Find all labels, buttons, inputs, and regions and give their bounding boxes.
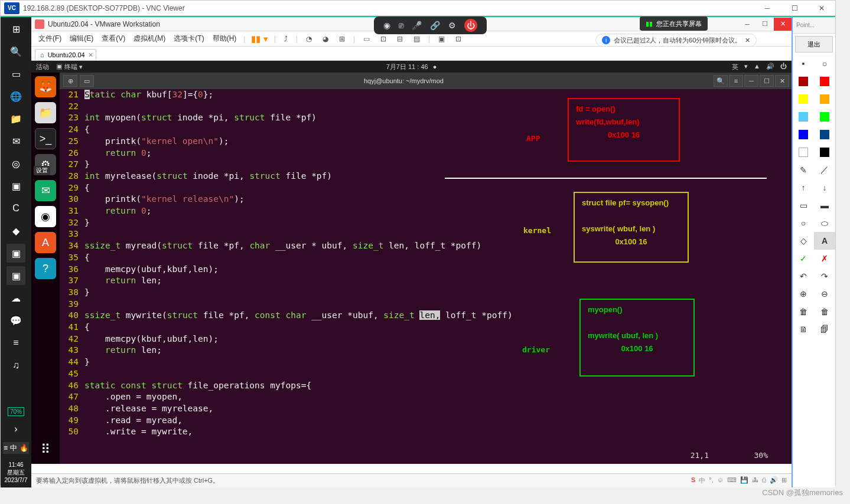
menu-tabs[interactable]: 选项卡(T) bbox=[172, 32, 205, 45]
menu-edit[interactable]: 编辑(E) bbox=[69, 32, 95, 45]
explorer-icon[interactable]: 📁 bbox=[6, 109, 25, 128]
close-term-icon[interactable]: ✕ bbox=[775, 75, 789, 87]
min-term-icon[interactable]: ─ bbox=[744, 75, 758, 87]
snapshot-mgr-icon[interactable]: ⊞ bbox=[337, 34, 347, 44]
taskbar-clock[interactable]: 11:46星期五2023/7/7 bbox=[5, 461, 28, 484]
net-icon[interactable]: 🖧 bbox=[752, 476, 758, 485]
copy-icon[interactable]: 🗐 bbox=[814, 320, 835, 338]
start-icon[interactable]: ⊞ bbox=[6, 19, 25, 38]
undo-icon[interactable]: ↶ bbox=[793, 267, 814, 285]
network-icon[interactable]: ▲ bbox=[754, 63, 760, 71]
arrow-up-icon[interactable]: ↑ bbox=[793, 179, 814, 197]
terminal-icon[interactable]: >_ bbox=[35, 128, 56, 149]
ubuntu-clock[interactable]: 7月7日 11 : 46● bbox=[386, 63, 437, 71]
check-icon[interactable]: ✓ bbox=[793, 250, 814, 267]
edge-icon[interactable]: 🌐 bbox=[6, 87, 25, 106]
volume-icon[interactable]: 🔊 bbox=[766, 63, 774, 71]
software-icon[interactable]: A bbox=[35, 232, 56, 253]
disk-icon[interactable]: 💾 bbox=[740, 476, 748, 485]
rect-icon[interactable]: ▭ bbox=[793, 197, 814, 214]
menu-vm[interactable]: 虚拟机(M) bbox=[132, 32, 167, 45]
dot-icon[interactable]: • bbox=[793, 55, 814, 73]
punct-icon[interactable]: °, bbox=[709, 476, 713, 485]
meeting-toolbar[interactable]: ◉ ⎚ 🎤 🔗 ⚙ ⏻ bbox=[374, 17, 487, 34]
color-cyn[interactable] bbox=[793, 108, 814, 126]
exit-button[interactable]: 退出 bbox=[795, 36, 833, 53]
fullscreen-icon[interactable]: ▭ bbox=[361, 34, 372, 44]
vscode-icon[interactable]: ≡ bbox=[6, 333, 25, 352]
line-icon[interactable]: ／ bbox=[814, 161, 835, 179]
unity-icon[interactable]: ⊡ bbox=[378, 34, 389, 44]
vm-min-button[interactable]: ─ bbox=[738, 18, 756, 31]
music-icon[interactable]: ♫ bbox=[6, 356, 25, 375]
sharing-indicator[interactable]: ▮▮您正在共享屏幕 bbox=[640, 17, 708, 31]
link-icon[interactable]: 🔗 bbox=[430, 21, 440, 30]
snapshot-icon[interactable]: ◔ bbox=[304, 34, 314, 44]
circle-icon[interactable]: ○ bbox=[814, 55, 835, 73]
vm-close-button[interactable]: ✕ bbox=[774, 18, 792, 31]
search-icon[interactable]: 🔍 bbox=[6, 42, 25, 61]
page-icon[interactable]: 🗎 bbox=[793, 320, 814, 338]
meeting-notice[interactable]: i 会议已超过2人，自动转为60分钟限时会议。 ✕ bbox=[595, 34, 757, 47]
files-icon[interactable]: 📁 bbox=[35, 102, 56, 123]
color-wht[interactable] bbox=[793, 143, 814, 161]
fit-icon[interactable]: ⊟ bbox=[395, 34, 405, 44]
close-notice-icon[interactable]: ✕ bbox=[745, 37, 750, 44]
vmware2-icon[interactable]: ▣ bbox=[6, 266, 25, 285]
vmware-icon[interactable]: ▣ bbox=[6, 244, 25, 263]
ellipse-icon[interactable]: ⬭ bbox=[814, 214, 835, 232]
tool1-icon[interactable]: ▣ bbox=[436, 34, 447, 44]
color-ora[interactable] bbox=[814, 90, 835, 108]
terminal-titlebar[interactable]: ⊕▭ hqyj@ubuntu: ~/mydrv/mod 🔍≡─☐✕ bbox=[60, 73, 792, 89]
firefox-icon[interactable]: 🦊 bbox=[35, 76, 56, 97]
eraser-minus-icon[interactable]: ⊖ bbox=[814, 285, 835, 303]
tool2-icon[interactable]: ⊡ bbox=[453, 34, 464, 44]
text-icon[interactable]: A bbox=[814, 232, 835, 250]
cloud-icon[interactable]: ☁ bbox=[6, 289, 25, 307]
app2-icon[interactable]: ◆ bbox=[6, 221, 25, 240]
pause-icon[interactable]: ▮▮ ▾ bbox=[251, 34, 268, 44]
eraser-plus-icon[interactable]: ⊕ bbox=[793, 285, 814, 303]
hangup-icon[interactable]: ⏻ bbox=[464, 19, 477, 32]
minimize-button[interactable]: ─ bbox=[754, 1, 781, 16]
screen-icon[interactable]: ⎚ bbox=[399, 21, 403, 30]
pencil-icon[interactable]: ✎ bbox=[793, 161, 814, 179]
snapshot2-icon[interactable]: ◕ bbox=[320, 34, 331, 44]
terminal-content[interactable]: 21Static char kbuf[32]={0}; 22 23int myo… bbox=[60, 89, 792, 464]
x-icon[interactable]: ✗ bbox=[814, 250, 835, 267]
color-dred[interactable] bbox=[793, 73, 814, 90]
maximize-button[interactable]: ☐ bbox=[781, 1, 808, 16]
trash-icon[interactable]: 🗑 bbox=[793, 303, 814, 320]
new-tab-icon[interactable]: ⊕ bbox=[63, 75, 77, 87]
app-icon[interactable]: ▣ bbox=[6, 176, 25, 195]
menu-help[interactable]: 帮助(H) bbox=[211, 32, 238, 45]
rect2-icon[interactable]: ▬ bbox=[814, 197, 835, 214]
search-term-icon[interactable]: 🔍 bbox=[714, 75, 728, 87]
help-icon[interactable]: ? bbox=[35, 258, 56, 279]
expand-icon[interactable]: ⊞ bbox=[781, 476, 787, 485]
cn-label[interactable]: 中 bbox=[699, 476, 705, 485]
trash2-icon[interactable]: 🗑 bbox=[814, 303, 835, 320]
color-grn[interactable] bbox=[814, 108, 835, 126]
ime-indicator[interactable]: 英 bbox=[732, 63, 738, 71]
csdn-icon[interactable]: C bbox=[6, 199, 25, 218]
color-blk[interactable] bbox=[814, 143, 835, 161]
tab-ubuntu[interactable]: ⌂ Ubuntu20.04 ✕ bbox=[35, 49, 96, 60]
max-term-icon[interactable]: ☐ bbox=[760, 75, 774, 87]
gear-icon[interactable]: ⚙ bbox=[448, 21, 456, 30]
color-blu[interactable] bbox=[793, 126, 814, 143]
usb-icon[interactable]: ⎙ bbox=[762, 476, 766, 485]
oval-icon[interactable]: ○ bbox=[793, 214, 814, 232]
send-icon[interactable]: ⤴ bbox=[282, 34, 290, 44]
color-dbl[interactable] bbox=[814, 126, 835, 143]
layout-icon[interactable]: ▤ bbox=[411, 34, 422, 44]
sound-icon[interactable]: 🔊 bbox=[770, 476, 778, 485]
activities-button[interactable]: 活动 bbox=[36, 63, 49, 71]
smiley-icon[interactable]: ☺ bbox=[717, 476, 724, 485]
keyboard-icon[interactable]: ⌨ bbox=[727, 476, 737, 485]
taskview-icon[interactable]: ▭ bbox=[6, 64, 25, 83]
mail-icon[interactable]: ✉ bbox=[6, 132, 25, 150]
menu-term-icon[interactable]: ≡ bbox=[729, 75, 743, 87]
color-red[interactable] bbox=[814, 73, 835, 90]
menu-file[interactable]: 文件(F) bbox=[37, 32, 63, 45]
